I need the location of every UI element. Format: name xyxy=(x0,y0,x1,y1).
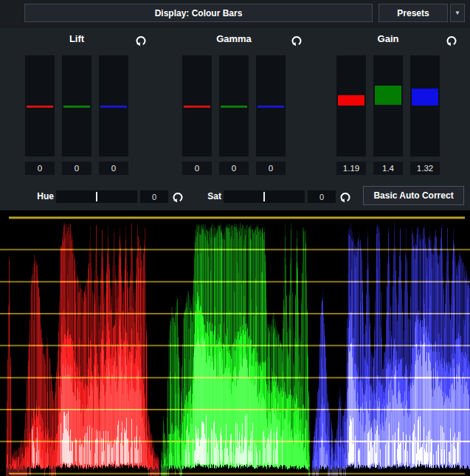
gain-red-value[interactable]: 1.19 xyxy=(336,162,366,175)
gain-blue-value[interactable]: 1.32 xyxy=(410,162,440,175)
gain-blue-handle[interactable] xyxy=(412,89,438,106)
sat-slider[interactable] xyxy=(224,190,305,203)
chevron-down-icon: ▼ xyxy=(455,10,460,16)
sat-slider-cursor[interactable] xyxy=(263,192,265,201)
gain-green-handle[interactable] xyxy=(375,86,401,105)
gain-title: Gain xyxy=(336,33,440,44)
gain-blue-slider[interactable] xyxy=(410,55,440,156)
gamma-red-slider[interactable] xyxy=(182,55,212,156)
hue-value[interactable]: 0 xyxy=(140,190,168,203)
lift-blue-handle[interactable] xyxy=(100,106,127,108)
lift-red-handle[interactable] xyxy=(27,106,53,108)
gain-reset-icon[interactable] xyxy=(445,34,458,47)
lift-blue-slider[interactable] xyxy=(99,55,128,156)
lift-green-value[interactable]: 0 xyxy=(62,162,91,175)
lift-green-handle[interactable] xyxy=(63,106,90,108)
gain-red-handle[interactable] xyxy=(338,95,364,106)
lift-red-slider[interactable] xyxy=(25,55,55,156)
lift-title: Lift xyxy=(25,33,128,44)
gamma-blue-slider[interactable] xyxy=(256,55,286,156)
presets-dropdown-arrow[interactable]: ▼ xyxy=(450,4,465,22)
lift-green-slider[interactable] xyxy=(62,55,91,156)
gain-red-slider[interactable] xyxy=(336,55,366,156)
display-source-button[interactable]: Display: Colour Bars xyxy=(24,4,373,22)
gain-green-value[interactable]: 1.4 xyxy=(373,162,403,175)
gamma-green-value[interactable]: 0 xyxy=(219,162,249,175)
lift-reset-icon[interactable] xyxy=(134,34,148,47)
gamma-red-handle[interactable] xyxy=(184,106,210,108)
gain-green-slider[interactable] xyxy=(373,55,403,156)
sat-reset-icon[interactable] xyxy=(339,190,352,204)
gamma-green-handle[interactable] xyxy=(221,106,247,108)
gamma-blue-handle[interactable] xyxy=(258,106,284,108)
rgb-parade-waveform-scope xyxy=(0,210,470,476)
gamma-blue-value[interactable]: 0 xyxy=(256,162,286,175)
sat-value[interactable]: 0 xyxy=(308,190,336,203)
hue-slider[interactable] xyxy=(56,190,137,203)
lift-blue-value[interactable]: 0 xyxy=(99,162,128,175)
sat-label: Sat xyxy=(197,190,221,203)
hue-label: Hue xyxy=(30,190,54,203)
hue-slider-cursor[interactable] xyxy=(96,192,97,201)
colour-correction-panel: Display: Colour Bars Presets ▼ Lift 0 0 … xyxy=(0,0,470,476)
gamma-red-value[interactable]: 0 xyxy=(182,162,212,175)
gamma-reset-icon[interactable] xyxy=(290,34,303,47)
gamma-title: Gamma xyxy=(182,33,286,44)
hue-reset-icon[interactable] xyxy=(171,190,184,204)
lift-red-value[interactable]: 0 xyxy=(25,162,55,175)
gamma-green-slider[interactable] xyxy=(219,55,249,156)
presets-button[interactable]: Presets xyxy=(379,4,448,22)
basic-auto-correct-button[interactable]: Basic Auto Correct xyxy=(363,186,464,205)
